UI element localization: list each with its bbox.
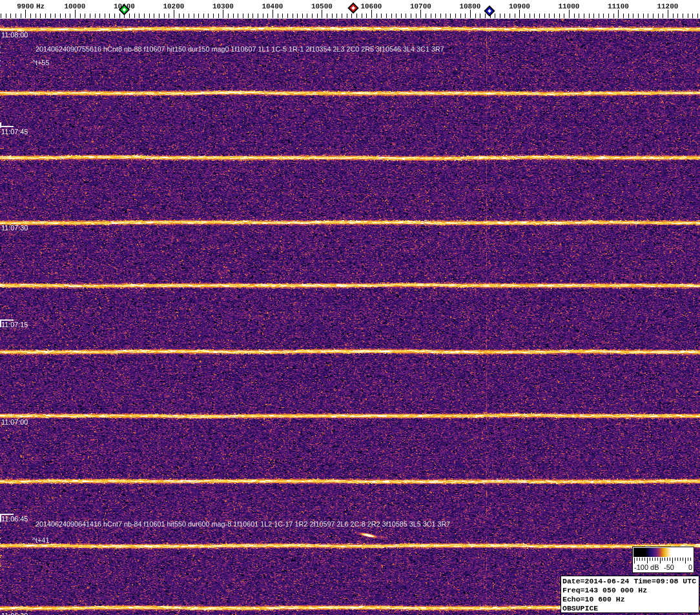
svg-text:10800: 10800 — [459, 3, 480, 11]
svg-text:10500: 10500 — [311, 3, 333, 11]
svg-text:10700: 10700 — [410, 3, 431, 11]
svg-text:11200: 11200 — [657, 3, 678, 11]
svg-text:9900: 9900 — [17, 3, 34, 11]
svg-text:11000: 11000 — [558, 3, 579, 11]
svg-text:10600: 10600 — [360, 3, 382, 11]
svg-text:10200: 10200 — [163, 3, 184, 11]
svg-text:10900: 10900 — [509, 3, 530, 11]
svg-text:11100: 11100 — [608, 3, 629, 11]
svg-text:10400: 10400 — [262, 3, 283, 11]
svg-text:Hz: Hz — [36, 3, 45, 11]
svg-text:10000: 10000 — [64, 3, 85, 11]
svg-text:10300: 10300 — [212, 3, 234, 11]
